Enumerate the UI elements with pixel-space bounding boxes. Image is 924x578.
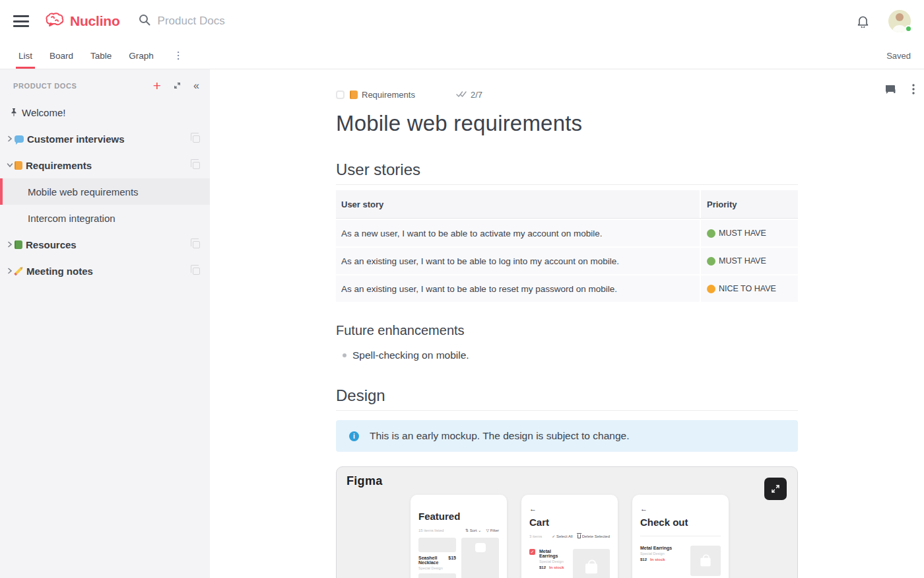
sidebar-item-intercom-integration[interactable]: Intercom integration [0, 205, 210, 231]
priority-cell[interactable]: MUST HAVE [700, 220, 798, 246]
item-price: $12 [539, 565, 546, 569]
delete-selected-control: Delete Selected [582, 534, 610, 538]
open-as-card-icon[interactable] [193, 135, 200, 143]
item-subtitle: Special Design [640, 552, 686, 556]
sort-control: ⇅ Sort ⌄ [465, 528, 481, 532]
chevron-right-icon[interactable] [5, 135, 15, 142]
figma-label: Figma [346, 474, 383, 488]
image-mark [475, 543, 486, 552]
sidebar-item-label: Customer interviews [27, 133, 125, 145]
task-progress-count: 2/7 [471, 90, 482, 100]
tab-table[interactable]: Table [90, 42, 112, 69]
column-header-user-story[interactable]: User story [336, 190, 700, 218]
sidebar-item-label: Welcome! [22, 107, 65, 118]
tab-graph[interactable]: Graph [129, 42, 154, 69]
table-row[interactable]: As a new user, I want to be able to acti… [336, 220, 798, 246]
mockup-screen-cart: ← Cart 3 items ✓ Select All Delete Selec… [521, 495, 618, 578]
chevron-down-icon[interactable] [5, 163, 15, 168]
heading-design[interactable]: Design [336, 386, 798, 411]
chevron-right-icon[interactable] [5, 268, 15, 274]
mockup-title: Featured [418, 511, 499, 522]
doc-more-menu-icon[interactable] [912, 84, 915, 94]
user-avatar[interactable] [888, 10, 911, 32]
sidebar-item-customer-interviews[interactable]: Customer interviews [0, 126, 210, 152]
info-icon: i [349, 431, 359, 441]
sidebar-item-meeting-notes[interactable]: Meeting notes [0, 258, 210, 284]
search-input[interactable] [158, 15, 329, 28]
info-callout[interactable]: i This is an early mockup. The design is… [336, 420, 798, 452]
item-stock: In stock [650, 558, 665, 561]
page-title[interactable]: Mobile web requirements [336, 110, 798, 137]
top-bar: Nuclino [0, 0, 924, 42]
breadcrumb-parent[interactable]: Requirements [362, 90, 415, 100]
priority-label: MUST HAVE [719, 229, 766, 238]
green-book-icon [15, 240, 22, 249]
product-subtitle: Special Design [418, 566, 456, 570]
item-image-placeholder [573, 549, 610, 578]
table-row[interactable]: As an existing user, I want to be able t… [336, 248, 798, 274]
priority-dot-green [707, 229, 715, 238]
mockup-title: Check out [640, 517, 721, 528]
tabs-overflow-menu-icon[interactable]: ⋮ [171, 42, 186, 69]
save-status: Saved [886, 42, 911, 69]
search-bar[interactable] [139, 14, 329, 28]
expand-embed-button[interactable] [764, 478, 787, 500]
mockup-screen-featured: Featured 15 items listed ⇅ Sort ⌄ ▽ Filt… [411, 495, 507, 578]
sidebar-item-welcome[interactable]: Welcome! [0, 99, 210, 126]
table-row[interactable]: As an existing user, I want to be able t… [336, 275, 798, 302]
mockup-title: Cart [529, 517, 610, 528]
list-item[interactable]: Spell-checking on mobile. [336, 348, 798, 363]
column-header-priority[interactable]: Priority [700, 190, 798, 218]
brain-logo-icon [45, 12, 65, 30]
story-cell[interactable]: As an existing user, I want to be able t… [336, 275, 700, 302]
pin-icon [9, 108, 18, 117]
product-image-placeholder [418, 573, 456, 578]
open-as-card-icon[interactable] [193, 268, 200, 275]
hamburger-menu-icon[interactable] [13, 15, 29, 27]
item-name: Metal Earrings [539, 549, 569, 558]
priority-cell[interactable]: NICE TO HAVE [700, 275, 798, 302]
sidebar: PRODUCT DOCS + « Welcome! [0, 69, 210, 578]
online-status-dot [905, 25, 912, 32]
notifications-bell-icon[interactable] [857, 15, 869, 28]
item-price: $12 [640, 558, 647, 561]
task-progress: 2/7 [456, 90, 482, 100]
user-stories-table[interactable]: User story Priority As a new user, I wan… [336, 190, 798, 302]
priority-cell[interactable]: MUST HAVE [700, 248, 798, 274]
tab-board[interactable]: Board [50, 42, 73, 69]
table-header-row: User story Priority [336, 190, 798, 219]
sidebar-item-label: Mobile web requirements [28, 186, 139, 198]
sidebar-item-resources[interactable]: Resources [0, 231, 210, 258]
comments-icon[interactable] [885, 85, 896, 94]
tab-list[interactable]: List [18, 42, 32, 69]
figma-mockup-screens: Featured 15 items listed ⇅ Sort ⌄ ▽ Filt… [411, 495, 729, 578]
collapse-sidebar-icon[interactable]: « [193, 81, 199, 91]
bullet-list: Spell-checking on mobile. [336, 348, 798, 363]
open-as-card-icon[interactable] [193, 241, 200, 248]
document-pane: Requirements 2/7 Mobile web requirements… [210, 69, 924, 578]
priority-dot-green [707, 257, 715, 266]
item-checkbox-icon[interactable] [336, 90, 345, 99]
double-check-icon [456, 90, 467, 100]
divider [640, 536, 721, 536]
open-as-card-icon[interactable] [193, 162, 200, 169]
item-checkbox: ✓ [529, 549, 535, 555]
back-arrow-icon: ← [640, 505, 721, 513]
add-item-button[interactable]: + [153, 79, 161, 92]
story-cell[interactable]: As an existing user, I want to be able t… [336, 248, 700, 274]
sidebar-item-mobile-web-requirements[interactable]: Mobile web requirements [0, 178, 210, 205]
figma-embed[interactable]: Figma Featured 15 items listed [336, 466, 798, 578]
select-all-control: ✓ Select All [552, 534, 572, 538]
story-cell[interactable]: As a new user, I want to be able to acti… [336, 220, 700, 246]
breadcrumb: Requirements 2/7 [336, 90, 798, 100]
filter-control: ▽ Filter [486, 528, 499, 532]
nuclino-logo[interactable]: Nuclino [45, 12, 120, 30]
chevron-right-icon[interactable] [5, 241, 15, 248]
expand-all-icon[interactable] [172, 81, 182, 90]
bag-icon [585, 563, 597, 573]
heading-future-enhancements[interactable]: Future enhancements [336, 322, 798, 339]
sidebar-item-requirements[interactable]: Requirements [0, 152, 210, 178]
brand-name: Nuclino [70, 13, 120, 29]
heading-user-stories[interactable]: User stories [336, 161, 798, 185]
product-price: $15 [448, 556, 456, 565]
